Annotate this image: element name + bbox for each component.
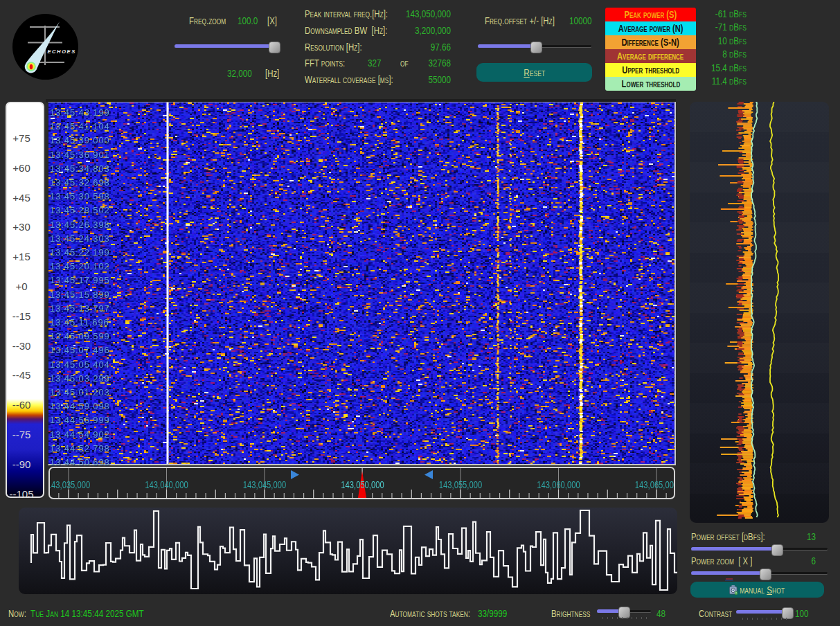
svg-text:ECHOES: ECHOES	[48, 48, 76, 55]
